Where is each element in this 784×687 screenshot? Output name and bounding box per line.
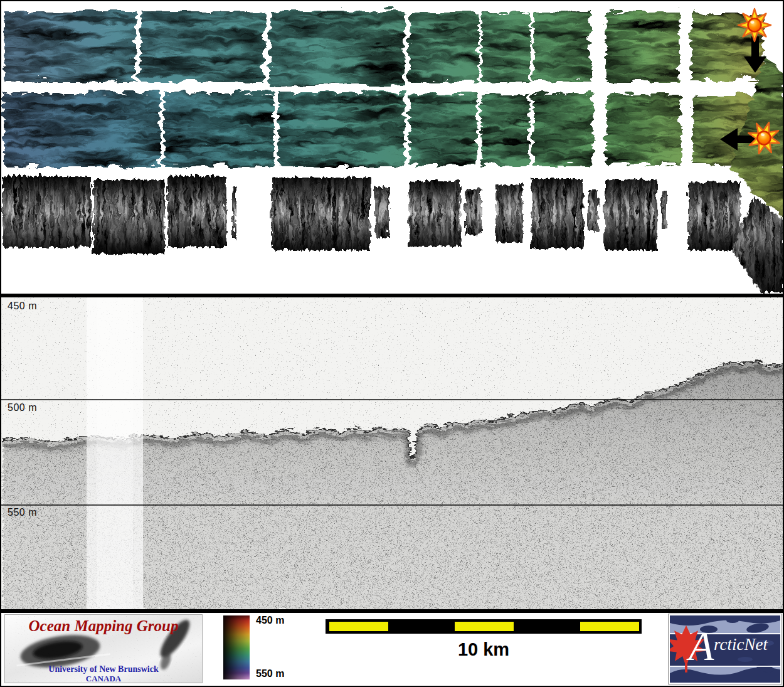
colorbar-label-top: 450 m [256,615,284,626]
depth-label-550: 550 m [8,507,37,518]
arcticnet-logo: A rcticNet [669,614,781,684]
colorbar-label-bottom: 550 m [256,668,284,679]
swath-mosaic-canvas [1,1,783,294]
bathymetry-swath-row2 [1,90,762,164]
omg-title: Ocean Mapping Group [5,617,202,635]
scalebar-label: 10 km [326,639,642,660]
swath-mosaic-panel [1,1,783,294]
scalebar-segment [329,622,388,631]
depth-label-450: 450 m [8,301,37,312]
arcticnet-brand-rest: rcticNet [714,636,768,653]
scalebar-segment [455,622,514,631]
echogram-panel: 450 m 500 m 550 m [1,297,783,609]
scalebar-segment [580,622,639,631]
distance-scalebar [326,619,642,634]
arcticnet-brand-initial: A [689,626,714,667]
figure-root: 450 m 500 m 550 m [0,0,784,687]
omg-university: University of New Brunswick [5,664,202,674]
depth-label-500: 500 m [8,402,37,413]
footer-panel: Ocean Mapping Group University of New Br… [1,613,783,686]
bathymetry-swath-row1 [1,9,761,83]
echogram-data-gap-core [97,297,133,609]
starburst-icon [738,9,771,41]
echogram-canvas [1,297,783,609]
backscatter-row [1,174,739,252]
omg-logo: Ocean Mapping Group University of New Br… [5,615,202,683]
omg-country: CANADA [5,674,202,683]
depth-colorbar [223,615,250,679]
